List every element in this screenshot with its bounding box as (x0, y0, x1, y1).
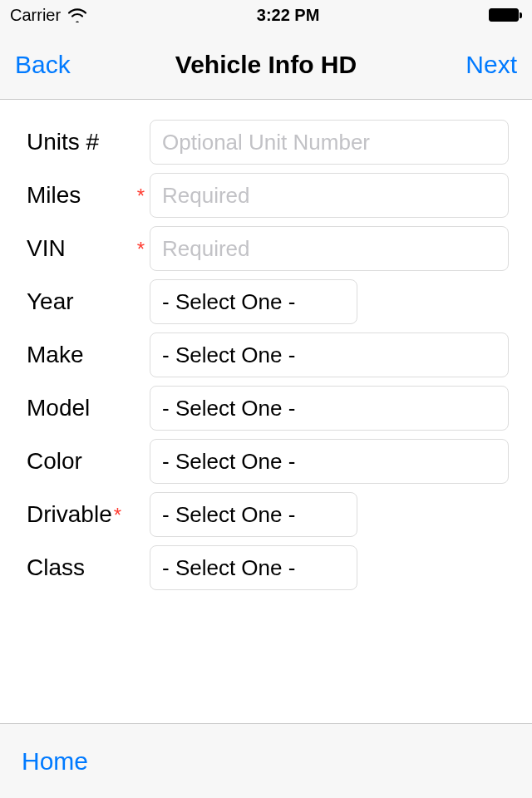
label-cell-drivable: Drivable* (27, 501, 150, 528)
home-button[interactable]: Home (22, 747, 88, 776)
label-units: Units # (27, 129, 99, 155)
label-cell-class: Class (27, 554, 150, 581)
color-select[interactable]: - Select One - (150, 439, 509, 484)
row-year: Year - Select One - (27, 279, 509, 324)
row-miles: Miles * (27, 173, 509, 218)
battery-icon (489, 8, 522, 22)
status-right (489, 8, 522, 22)
label-miles: Miles (27, 182, 81, 209)
year-select[interactable]: - Select One - (150, 279, 357, 324)
miles-input[interactable] (150, 173, 509, 218)
label-cell-year: Year (27, 288, 150, 315)
units-input[interactable] (150, 120, 509, 165)
status-bar: Carrier 3:22 PM (0, 0, 532, 30)
label-make: Make (27, 342, 83, 368)
required-marker-miles: * (137, 186, 145, 206)
label-cell-vin: VIN * (27, 235, 150, 262)
label-color: Color (27, 448, 82, 475)
row-drivable: Drivable* - Select One - (27, 492, 509, 537)
row-model: Model - Select One - (27, 386, 509, 431)
class-select[interactable]: - Select One - (150, 545, 357, 590)
form-content: Units # Miles * VIN * Year - Select One … (0, 100, 532, 723)
wifi-icon (67, 7, 87, 22)
row-class: Class - Select One - (27, 545, 509, 590)
row-units: Units # (27, 120, 509, 165)
required-marker-vin: * (137, 239, 145, 259)
vin-input[interactable] (150, 226, 509, 271)
status-left: Carrier (10, 6, 87, 25)
page-title: Vehicle Info HD (90, 51, 442, 79)
make-select[interactable]: - Select One - (150, 332, 509, 377)
label-cell-color: Color (27, 448, 150, 475)
label-vin: VIN (27, 235, 66, 262)
row-vin: VIN * (27, 226, 509, 271)
nav-bar: Back Vehicle Info HD Next (0, 30, 532, 100)
next-button[interactable]: Next (466, 51, 517, 79)
label-year: Year (27, 288, 74, 315)
model-select[interactable]: - Select One - (150, 386, 509, 431)
drivable-select[interactable]: - Select One - (150, 492, 357, 537)
row-color: Color - Select One - (27, 439, 509, 484)
carrier-label: Carrier (10, 6, 61, 25)
required-marker-drivable: * (114, 505, 121, 525)
label-cell-units: Units # (27, 129, 150, 155)
label-cell-miles: Miles * (27, 182, 150, 209)
label-class: Class (27, 554, 85, 581)
back-button[interactable]: Back (15, 51, 71, 79)
label-model: Model (27, 395, 90, 421)
bottom-toolbar: Home (0, 723, 532, 798)
status-time: 3:22 PM (257, 6, 320, 25)
label-drivable: Drivable (27, 501, 112, 528)
row-make: Make - Select One - (27, 332, 509, 377)
label-cell-make: Make (27, 342, 150, 368)
label-cell-model: Model (27, 395, 150, 421)
